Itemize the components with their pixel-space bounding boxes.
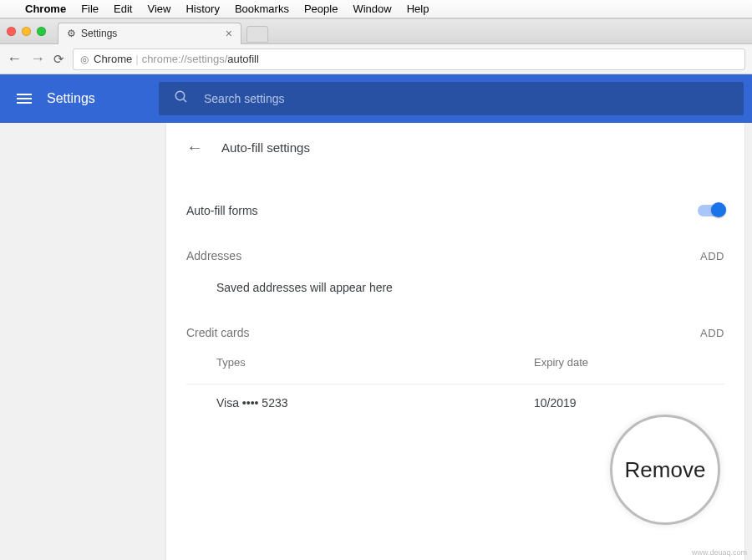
close-tab-icon[interactable]: × bbox=[226, 27, 232, 40]
cards-col-types: Types bbox=[216, 356, 534, 369]
menubar-item-history[interactable]: History bbox=[185, 3, 219, 15]
minimize-window-button[interactable] bbox=[22, 27, 31, 36]
omnibox-scheme: Chrome bbox=[94, 53, 132, 65]
menubar-item-help[interactable]: Help bbox=[407, 3, 429, 15]
cards-table-header: Types Expiry date bbox=[186, 339, 724, 380]
add-address-button[interactable]: ADD bbox=[700, 250, 724, 262]
omnibox-divider: | bbox=[135, 53, 138, 65]
browser-tab-settings[interactable]: ⚙ Settings × bbox=[58, 23, 241, 44]
chrome-page-icon: ◎ bbox=[80, 53, 89, 65]
gear-icon: ⚙ bbox=[67, 28, 76, 39]
panel-title: Auto-fill settings bbox=[221, 140, 310, 155]
back-button[interactable]: ← bbox=[7, 50, 22, 68]
window-controls bbox=[7, 27, 46, 36]
reload-button[interactable]: ⟳ bbox=[53, 52, 64, 67]
address-bar[interactable]: ◎ Chrome | chrome://settings/autofill bbox=[73, 48, 745, 70]
addresses-heading: Addresses bbox=[186, 249, 241, 262]
new-tab-button[interactable] bbox=[246, 26, 268, 43]
menu-icon[interactable] bbox=[17, 94, 32, 104]
svg-line-1 bbox=[183, 99, 186, 102]
forward-button: → bbox=[30, 50, 45, 68]
addresses-empty-message: Saved addresses will appear here bbox=[186, 262, 724, 294]
panel-header: ← Auto-fill settings bbox=[166, 123, 744, 172]
menubar-item-window[interactable]: Window bbox=[353, 3, 391, 15]
search-icon bbox=[174, 89, 189, 108]
macos-menubar: Chrome File Edit View History Bookmarks … bbox=[0, 0, 752, 18]
svg-point-0 bbox=[175, 91, 185, 100]
menubar-item-bookmarks[interactable]: Bookmarks bbox=[235, 3, 289, 15]
omnibox-url-prefix: chrome://settings/ bbox=[142, 53, 228, 65]
tab-title: Settings bbox=[81, 28, 117, 39]
settings-header: Settings bbox=[0, 74, 752, 123]
card-type: Visa •••• 5233 bbox=[216, 396, 534, 410]
page-content: Settings ← Auto-fill settings Auto-fill … bbox=[0, 74, 752, 560]
credit-cards-heading: Credit cards bbox=[186, 326, 249, 339]
titlebar: ⚙ Settings × bbox=[0, 19, 752, 44]
zoom-window-button[interactable] bbox=[37, 27, 46, 36]
menubar-item-view[interactable]: View bbox=[147, 3, 170, 15]
autofill-forms-label: Auto-fill forms bbox=[186, 204, 258, 217]
settings-title: Settings bbox=[47, 91, 95, 106]
settings-search[interactable] bbox=[159, 82, 744, 115]
autofill-forms-toggle[interactable] bbox=[698, 205, 724, 216]
menubar-item-file[interactable]: File bbox=[81, 3, 99, 15]
card-row[interactable]: Visa •••• 5233 10/2019 bbox=[186, 384, 724, 410]
menubar-item-people[interactable]: People bbox=[304, 3, 338, 15]
close-window-button[interactable] bbox=[7, 27, 16, 36]
watermark: www.deuaq.com bbox=[692, 548, 747, 557]
omnibox-url-path: autofill bbox=[227, 53, 259, 65]
menubar-item-edit[interactable]: Edit bbox=[114, 3, 132, 15]
settings-panel: ← Auto-fill settings Auto-fill forms Add… bbox=[166, 123, 744, 560]
settings-search-input[interactable] bbox=[204, 92, 729, 105]
card-expiry: 10/2019 bbox=[534, 396, 577, 410]
cards-col-expiry: Expiry date bbox=[534, 356, 588, 369]
browser-window: ⚙ Settings × ← → ⟳ ◎ Chrome | chrome://s… bbox=[0, 18, 752, 560]
back-arrow-icon[interactable]: ← bbox=[186, 138, 203, 157]
browser-toolbar: ← → ⟳ ◎ Chrome | chrome://settings/autof… bbox=[0, 44, 752, 74]
menubar-app-name[interactable]: Chrome bbox=[25, 3, 66, 15]
add-card-button[interactable]: ADD bbox=[700, 327, 724, 339]
